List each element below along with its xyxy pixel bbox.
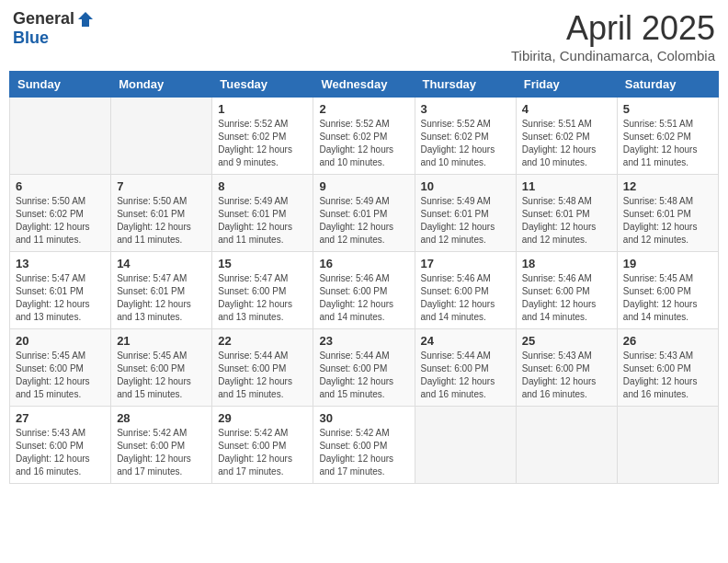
day-number: 5 (623, 102, 712, 116)
day-number: 29 (218, 411, 307, 425)
day-info: Sunrise: 5:49 AM Sunset: 6:01 PM Dayligh… (421, 195, 510, 247)
day-info: Sunrise: 5:47 AM Sunset: 6:01 PM Dayligh… (117, 272, 206, 324)
calendar-cell: 22Sunrise: 5:44 AM Sunset: 6:00 PM Dayli… (212, 329, 313, 407)
calendar-cell (111, 98, 212, 175)
day-number: 13 (16, 257, 105, 270)
calendar-week-row-3: 13Sunrise: 5:47 AM Sunset: 6:01 PM Dayli… (10, 252, 719, 329)
month-title: April 2025 (511, 9, 715, 48)
day-number: 4 (522, 102, 611, 116)
calendar-cell: 8Sunrise: 5:49 AM Sunset: 6:01 PM Daylig… (212, 175, 313, 252)
weekday-header-wednesday: Wednesday (313, 72, 415, 98)
day-number: 19 (623, 257, 712, 270)
day-number: 1 (218, 102, 307, 116)
logo-general-text: General (13, 9, 74, 29)
day-number: 3 (421, 102, 510, 116)
day-info: Sunrise: 5:45 AM Sunset: 6:00 PM Dayligh… (623, 272, 712, 324)
calendar-cell: 6Sunrise: 5:50 AM Sunset: 6:02 PM Daylig… (10, 175, 111, 252)
calendar-cell: 21Sunrise: 5:45 AM Sunset: 6:00 PM Dayli… (111, 329, 212, 407)
calendar-cell: 28Sunrise: 5:42 AM Sunset: 6:00 PM Dayli… (111, 407, 212, 484)
calendar-cell (10, 98, 111, 175)
logo-icon (76, 10, 95, 29)
day-info: Sunrise: 5:52 AM Sunset: 6:02 PM Dayligh… (218, 118, 307, 169)
day-number: 2 (319, 102, 408, 116)
calendar-cell: 17Sunrise: 5:46 AM Sunset: 6:00 PM Dayli… (415, 252, 516, 329)
day-number: 27 (16, 411, 105, 425)
day-info: Sunrise: 5:43 AM Sunset: 6:00 PM Dayligh… (522, 350, 611, 401)
page-header: General Blue April 2025 Tibirita, Cundin… (9, 9, 719, 63)
day-number: 18 (522, 257, 611, 270)
day-number: 14 (117, 257, 206, 270)
calendar-cell: 18Sunrise: 5:46 AM Sunset: 6:00 PM Dayli… (516, 252, 617, 329)
day-number: 24 (421, 334, 510, 348)
calendar-cell: 24Sunrise: 5:44 AM Sunset: 6:00 PM Dayli… (415, 329, 516, 407)
day-number: 8 (218, 179, 307, 193)
day-number: 26 (623, 334, 712, 348)
day-info: Sunrise: 5:51 AM Sunset: 6:02 PM Dayligh… (522, 118, 611, 169)
calendar-cell: 2Sunrise: 5:52 AM Sunset: 6:02 PM Daylig… (313, 98, 415, 175)
calendar-cell: 15Sunrise: 5:47 AM Sunset: 6:00 PM Dayli… (212, 252, 313, 329)
calendar-week-row-2: 6Sunrise: 5:50 AM Sunset: 6:02 PM Daylig… (10, 175, 719, 252)
day-number: 12 (623, 179, 712, 193)
weekday-header-friday: Friday (516, 72, 617, 98)
day-info: Sunrise: 5:44 AM Sunset: 6:00 PM Dayligh… (319, 350, 408, 401)
day-info: Sunrise: 5:50 AM Sunset: 6:02 PM Dayligh… (16, 195, 105, 247)
weekday-header-row: SundayMondayTuesdayWednesdayThursdayFrid… (10, 72, 719, 98)
calendar-week-row-4: 20Sunrise: 5:45 AM Sunset: 6:00 PM Dayli… (10, 329, 719, 407)
calendar-cell (415, 407, 516, 484)
day-info: Sunrise: 5:49 AM Sunset: 6:01 PM Dayligh… (319, 195, 408, 247)
calendar-cell: 14Sunrise: 5:47 AM Sunset: 6:01 PM Dayli… (111, 252, 212, 329)
day-info: Sunrise: 5:50 AM Sunset: 6:01 PM Dayligh… (117, 195, 206, 247)
calendar-cell: 26Sunrise: 5:43 AM Sunset: 6:00 PM Dayli… (617, 329, 718, 407)
day-number: 28 (117, 411, 206, 425)
day-info: Sunrise: 5:44 AM Sunset: 6:00 PM Dayligh… (421, 350, 510, 401)
day-info: Sunrise: 5:48 AM Sunset: 6:01 PM Dayligh… (623, 195, 712, 247)
day-info: Sunrise: 5:47 AM Sunset: 6:00 PM Dayligh… (218, 272, 307, 324)
calendar-cell: 3Sunrise: 5:52 AM Sunset: 6:02 PM Daylig… (415, 98, 516, 175)
day-number: 16 (319, 257, 408, 270)
calendar-cell: 16Sunrise: 5:46 AM Sunset: 6:00 PM Dayli… (313, 252, 415, 329)
calendar-cell: 30Sunrise: 5:42 AM Sunset: 6:00 PM Dayli… (313, 407, 415, 484)
day-info: Sunrise: 5:52 AM Sunset: 6:02 PM Dayligh… (421, 118, 510, 169)
calendar-cell: 10Sunrise: 5:49 AM Sunset: 6:01 PM Dayli… (415, 175, 516, 252)
day-number: 20 (16, 334, 105, 348)
day-number: 10 (421, 179, 510, 193)
day-info: Sunrise: 5:48 AM Sunset: 6:01 PM Dayligh… (522, 195, 611, 247)
day-info: Sunrise: 5:43 AM Sunset: 6:00 PM Dayligh… (16, 427, 105, 478)
day-number: 6 (16, 179, 105, 193)
weekday-header-saturday: Saturday (617, 72, 718, 98)
weekday-header-tuesday: Tuesday (212, 72, 313, 98)
calendar-cell: 1Sunrise: 5:52 AM Sunset: 6:02 PM Daylig… (212, 98, 313, 175)
day-info: Sunrise: 5:51 AM Sunset: 6:02 PM Dayligh… (623, 118, 712, 169)
calendar-cell: 7Sunrise: 5:50 AM Sunset: 6:01 PM Daylig… (111, 175, 212, 252)
weekday-header-sunday: Sunday (10, 72, 111, 98)
calendar-cell: 19Sunrise: 5:45 AM Sunset: 6:00 PM Dayli… (617, 252, 718, 329)
calendar-cell: 29Sunrise: 5:42 AM Sunset: 6:00 PM Dayli… (212, 407, 313, 484)
day-number: 11 (522, 179, 611, 193)
day-number: 15 (218, 257, 307, 270)
day-info: Sunrise: 5:44 AM Sunset: 6:00 PM Dayligh… (218, 350, 307, 401)
calendar-cell (617, 407, 718, 484)
day-info: Sunrise: 5:46 AM Sunset: 6:00 PM Dayligh… (421, 272, 510, 324)
calendar-cell: 4Sunrise: 5:51 AM Sunset: 6:02 PM Daylig… (516, 98, 617, 175)
day-info: Sunrise: 5:42 AM Sunset: 6:00 PM Dayligh… (218, 427, 307, 478)
day-info: Sunrise: 5:46 AM Sunset: 6:00 PM Dayligh… (522, 272, 611, 324)
day-info: Sunrise: 5:42 AM Sunset: 6:00 PM Dayligh… (319, 427, 408, 478)
day-number: 25 (522, 334, 611, 348)
calendar-cell (516, 407, 617, 484)
day-info: Sunrise: 5:47 AM Sunset: 6:01 PM Dayligh… (16, 272, 105, 324)
day-number: 7 (117, 179, 206, 193)
calendar-cell: 12Sunrise: 5:48 AM Sunset: 6:01 PM Dayli… (617, 175, 718, 252)
weekday-header-monday: Monday (111, 72, 212, 98)
day-number: 21 (117, 334, 206, 348)
calendar-cell: 27Sunrise: 5:43 AM Sunset: 6:00 PM Dayli… (10, 407, 111, 484)
calendar-week-row-1: 1Sunrise: 5:52 AM Sunset: 6:02 PM Daylig… (10, 98, 719, 175)
calendar-cell: 25Sunrise: 5:43 AM Sunset: 6:00 PM Dayli… (516, 329, 617, 407)
day-info: Sunrise: 5:49 AM Sunset: 6:01 PM Dayligh… (218, 195, 307, 247)
weekday-header-thursday: Thursday (415, 72, 516, 98)
day-number: 30 (319, 411, 408, 425)
calendar-cell: 9Sunrise: 5:49 AM Sunset: 6:01 PM Daylig… (313, 175, 415, 252)
svg-marker-0 (78, 12, 93, 27)
title-section: April 2025 Tibirita, Cundinamarca, Colom… (511, 9, 715, 63)
day-number: 22 (218, 334, 307, 348)
day-info: Sunrise: 5:46 AM Sunset: 6:00 PM Dayligh… (319, 272, 408, 324)
